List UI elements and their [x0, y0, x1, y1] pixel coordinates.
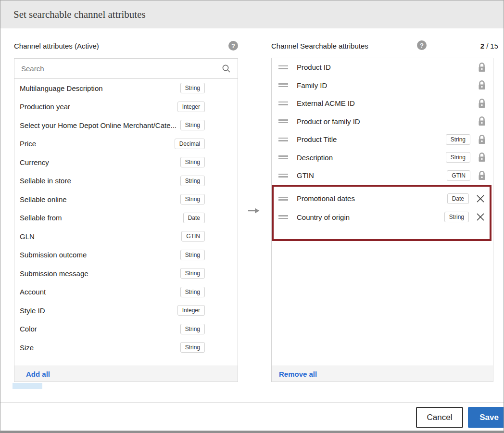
type-badge: String	[180, 194, 205, 204]
remove-all-link[interactable]: Remove all	[279, 370, 317, 378]
drag-handle-icon[interactable]	[278, 215, 288, 219]
transfer-arrow-icon	[248, 207, 260, 216]
search-input[interactable]	[21, 64, 222, 73]
cancel-button[interactable]: Cancel	[416, 407, 463, 428]
remove-attribute-icon[interactable]	[475, 212, 486, 222]
horizontal-scrollbar-thumb[interactable]	[13, 383, 42, 389]
type-badge: String	[444, 212, 469, 222]
type-badge: GTIN	[447, 170, 470, 181]
searchable-attributes-header-label: Channel Searchable attributes	[271, 42, 368, 50]
lock-icon	[477, 152, 487, 163]
type-badge: Date	[447, 193, 469, 204]
type-badge: Integer	[177, 305, 205, 316]
type-badge: String	[180, 250, 205, 260]
add-all-link[interactable]: Add all	[26, 370, 50, 378]
search-icon[interactable]	[222, 64, 231, 73]
type-badge: String	[180, 157, 205, 167]
attribute-label: External ACME ID	[297, 99, 355, 107]
attribute-label: Description	[297, 153, 333, 162]
attribute-label: Sellable from	[20, 214, 62, 222]
search-box	[14, 59, 238, 79]
attribute-label: Account	[20, 288, 46, 296]
searchable-attribute-row[interactable]: Country of origin String	[274, 208, 490, 227]
help-icon[interactable]: ?	[417, 40, 427, 50]
dialog-title: Set searchable channel attributes	[0, 0, 504, 28]
drag-handle-icon[interactable]	[278, 119, 288, 123]
attribute-row[interactable]: Sellable from Date	[14, 209, 238, 228]
attribute-label: Color	[20, 325, 37, 333]
searchable-attribute-row[interactable]: Product Title String	[272, 130, 493, 149]
lock-icon	[477, 170, 487, 181]
attribute-label: Sellable in store	[20, 177, 71, 185]
attribute-label: Product ID	[297, 63, 331, 71]
attribute-row[interactable]: Size String	[14, 338, 238, 357]
searchable-attribute-row[interactable]: Promotional dates Date	[274, 190, 490, 208]
attribute-label: Sellable online	[20, 195, 67, 204]
set-searchable-attributes-dialog: Set searchable channel attributes Channe…	[0, 0, 504, 433]
type-badge: String	[180, 83, 205, 93]
searchable-attribute-row[interactable]: Description String	[272, 149, 493, 167]
searchable-attribute-row[interactable]: Product ID	[272, 58, 493, 76]
lock-icon	[477, 80, 487, 90]
attribute-row[interactable]: Sellable online String	[14, 190, 238, 209]
searchable-attributes-list: Product ID F	[272, 58, 493, 185]
save-button[interactable]: Save	[468, 407, 504, 428]
help-icon[interactable]: ?	[228, 41, 238, 51]
attribute-row[interactable]: Sellable in store String	[14, 172, 238, 191]
attribute-row[interactable]: Color String	[14, 320, 238, 339]
count-current: 2	[480, 42, 484, 50]
drag-handle-icon[interactable]	[278, 138, 288, 141]
attribute-row[interactable]: Multilanguage Description String	[14, 79, 238, 98]
attribute-label: Promotional dates	[297, 194, 355, 203]
drag-handle-icon[interactable]	[278, 197, 288, 201]
dialog-title-bar: Set searchable channel attributes	[0, 0, 504, 28]
attribute-row[interactable]: Select your Home Depot Online Merchant/C…	[14, 116, 238, 135]
drag-handle-icon[interactable]	[278, 174, 288, 178]
lock-icon	[477, 116, 487, 127]
attribute-row[interactable]: Submission message String	[14, 264, 238, 283]
attribute-row[interactable]: Style ID Integer	[14, 301, 238, 320]
type-badge: GTIN	[181, 231, 205, 242]
type-badge: String	[180, 287, 205, 297]
searchable-attribute-row[interactable]: External ACME ID	[272, 94, 493, 113]
lock-icon	[477, 98, 487, 109]
attribute-row[interactable]: Price Decimal	[14, 135, 238, 153]
searchable-attribute-row[interactable]: Family ID	[272, 76, 493, 95]
attribute-label: Size	[20, 344, 34, 352]
drag-handle-icon[interactable]	[278, 102, 288, 105]
attribute-label: Submission outcome	[20, 251, 87, 259]
attribute-row[interactable]: Production year Integer	[14, 98, 238, 116]
drag-handle-icon[interactable]	[278, 65, 288, 69]
right-panel-footer: Remove all	[272, 366, 493, 382]
attribute-label: Select your Home Depot Online Merchant/C…	[20, 121, 176, 129]
type-badge: Decimal	[175, 139, 205, 149]
active-attributes-panel: Multilanguage Description String Product…	[14, 58, 238, 382]
attribute-row[interactable]: Currency String	[14, 153, 238, 172]
count-separator: /	[486, 42, 488, 50]
type-badge: String	[180, 120, 205, 130]
attribute-label: Multilanguage Description	[20, 84, 103, 92]
attribute-row[interactable]: Submission outcome String	[14, 246, 238, 265]
drag-handle-icon[interactable]	[278, 83, 288, 87]
lock-icon	[477, 134, 487, 145]
attribute-label: Currency	[20, 158, 49, 166]
searchable-attribute-row[interactable]: Product or family ID	[272, 113, 493, 131]
drag-handle-icon[interactable]	[278, 155, 288, 159]
active-attributes-header-label: Channel attributes (Active)	[14, 42, 99, 50]
attribute-row[interactable]: GLN GTIN	[14, 227, 238, 246]
attribute-row[interactable]: Account String	[14, 283, 238, 302]
searchable-attribute-row[interactable]: GTIN GTIN	[272, 166, 493, 185]
type-badge: Date	[183, 213, 205, 223]
searchable-attributes-panel: Product ID F	[271, 58, 493, 382]
left-panel-footer: Add all	[14, 366, 238, 382]
attribute-label: Product Title	[297, 135, 337, 143]
selected-count-badge: 2/15	[480, 42, 498, 50]
type-badge: String	[180, 268, 205, 279]
type-badge: String	[180, 342, 205, 353]
searchable-attributes-header: Channel Searchable attributes ? 2/15	[271, 40, 498, 51]
active-attributes-list: Multilanguage Description String Product…	[14, 79, 238, 357]
remove-attribute-icon[interactable]	[475, 193, 486, 204]
attribute-label: Product or family ID	[297, 117, 360, 126]
type-badge: String	[446, 152, 470, 163]
attribute-label: Style ID	[20, 306, 45, 315]
